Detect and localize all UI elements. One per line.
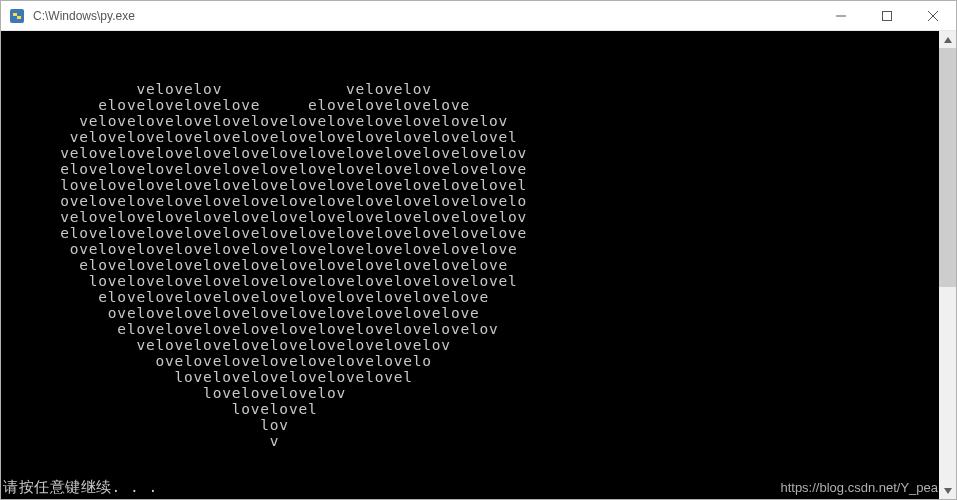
svg-rect-2 (883, 11, 892, 20)
console-text: velovelov velovelov elovelovelovelove el… (3, 65, 939, 449)
close-button[interactable] (910, 1, 956, 31)
watermark-text: https://blog.csdn.net/Y_pea (780, 480, 938, 495)
scroll-up-button[interactable] (939, 31, 956, 48)
vertical-scrollbar[interactable] (939, 31, 956, 499)
console-output[interactable]: velovelov velovelov elovelovelovelove el… (1, 31, 939, 499)
scrollbar-thumb[interactable] (939, 48, 956, 287)
titlebar[interactable]: C:\Windows\py.exe (1, 1, 956, 31)
maximize-button[interactable] (864, 1, 910, 31)
scroll-down-button[interactable] (939, 482, 956, 499)
svg-marker-6 (944, 488, 952, 494)
app-icon (9, 8, 25, 24)
scrollbar-track[interactable] (939, 48, 956, 482)
window-title: C:\Windows\py.exe (31, 9, 818, 23)
svg-marker-5 (944, 37, 952, 43)
app-window: C:\Windows\py.exe velovelov velovelov el… (0, 0, 957, 500)
minimize-button[interactable] (818, 1, 864, 31)
press-any-key-prompt: 请按任意键继续. . . (3, 479, 158, 495)
client-area: velovelov velovelov elovelovelovelove el… (1, 31, 956, 499)
